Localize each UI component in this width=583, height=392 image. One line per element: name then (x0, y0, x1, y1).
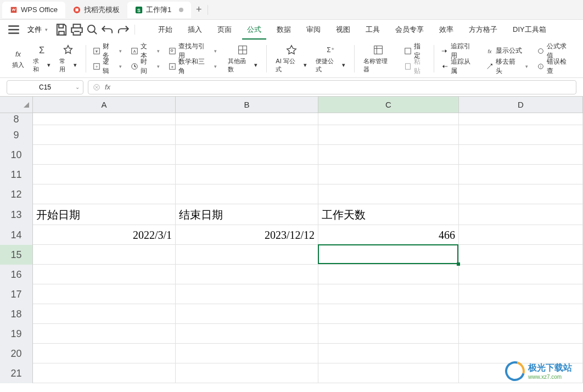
remove-arrows-button[interactable]: 移去箭头▾ (484, 60, 530, 73)
menu-tab-视图[interactable]: 视图 (328, 20, 358, 40)
menu-tab-审阅[interactable]: 审阅 (299, 20, 328, 40)
cell-A21[interactable] (33, 363, 176, 383)
cell-B8[interactable] (176, 113, 318, 125)
fx-label[interactable]: fx (105, 83, 110, 91)
cell-A16[interactable] (33, 265, 176, 284)
cell-B18[interactable] (176, 304, 318, 324)
cell-A8[interactable] (33, 113, 176, 125)
cell-C17[interactable] (318, 284, 459, 304)
cell-C13[interactable]: 工作天数 (318, 204, 459, 225)
menu-toggle-button[interactable] (7, 23, 21, 37)
math-button[interactable]: θ数学和三角▾ (166, 60, 220, 73)
redo-button[interactable] (116, 23, 130, 37)
undo-button[interactable] (100, 23, 115, 37)
cell-B21[interactable] (176, 363, 318, 383)
error-check-button[interactable]: !错误检查 (535, 60, 575, 73)
menu-tab-数据[interactable]: 数据 (269, 20, 299, 40)
col-header-D[interactable]: D (459, 97, 583, 113)
time-button[interactable]: 时间▾ (128, 60, 162, 73)
formula-input-area[interactable]: fx (88, 80, 576, 94)
spreadsheet-grid[interactable]: ABCD8910111213开始日期结束日期工作天数142022/3/12023… (0, 97, 583, 383)
col-header-C[interactable]: C (318, 97, 459, 113)
cell-B11[interactable] (176, 165, 318, 184)
cell-C14[interactable]: 466 (318, 225, 459, 245)
assign-button[interactable]: 指定 (402, 44, 429, 58)
row-header-18[interactable]: 18 (0, 304, 33, 324)
name-box[interactable]: C15 ⌄ (7, 80, 83, 94)
cell-C19[interactable] (318, 324, 459, 344)
row-header-16[interactable]: 16 (0, 265, 33, 284)
cell-C18[interactable] (318, 304, 459, 324)
menu-tab-效率[interactable]: 效率 (431, 20, 461, 40)
show-formula-button[interactable]: fx显示公式 (484, 44, 530, 58)
cell-A10[interactable] (33, 145, 176, 165)
common-button[interactable]: 常用▾ (57, 42, 79, 76)
cell-C11[interactable] (318, 165, 459, 184)
cancel-icon[interactable] (93, 83, 100, 91)
row-header-13[interactable]: 13 (0, 204, 33, 225)
cell-A14[interactable]: 2022/3/1 (33, 225, 176, 245)
menu-tab-开始[interactable]: 开始 (150, 20, 180, 40)
cell-D8[interactable] (459, 113, 583, 125)
cell-C8[interactable] (318, 113, 459, 125)
quick-formula-button[interactable]: Σ⁺ 便捷公式▾ (313, 42, 347, 76)
cell-C20[interactable] (318, 344, 459, 363)
trace-dependents-button[interactable]: 追踪从属 (439, 60, 479, 73)
row-header-19[interactable]: 19 (0, 324, 33, 344)
cell-D19[interactable] (459, 324, 583, 344)
row-header-14[interactable]: 14 (0, 225, 33, 245)
cell-B17[interactable] (176, 284, 318, 304)
cell-C9[interactable] (318, 125, 459, 145)
menu-tab-公式[interactable]: 公式 (239, 20, 269, 40)
row-header-21[interactable]: 21 (0, 363, 33, 383)
ai-formula-button[interactable]: AI 写公式▾ (273, 42, 309, 76)
cell-C12[interactable] (318, 184, 459, 204)
cell-D20[interactable] (459, 344, 583, 363)
tab-close-icon[interactable] (179, 8, 183, 12)
cell-D11[interactable] (459, 165, 583, 184)
cell-B9[interactable] (176, 125, 318, 145)
menu-tab-DIY工具箱[interactable]: DIY工具箱 (505, 20, 554, 40)
cell-A19[interactable] (33, 324, 176, 344)
cell-D13[interactable] (459, 204, 583, 225)
row-header-11[interactable]: 11 (0, 165, 33, 184)
app-tab[interactable]: WPS Office (2, 2, 65, 18)
cell-B10[interactable] (176, 145, 318, 165)
logic-button[interactable]: ?逻辑▾ (91, 60, 124, 73)
text-button[interactable]: A文本▾ (128, 44, 162, 58)
menu-tab-插入[interactable]: 插入 (180, 20, 210, 40)
workbook-tab[interactable]: S 工作簿1 (127, 2, 191, 18)
row-header-17[interactable]: 17 (0, 284, 33, 304)
insert-function-button[interactable]: fx 插入 (10, 46, 26, 71)
cell-B16[interactable] (176, 265, 318, 284)
name-manager-button[interactable]: 名称管理器 (361, 42, 396, 76)
cell-A11[interactable] (33, 165, 176, 184)
cell-B14[interactable]: 2023/12/12 (176, 225, 318, 245)
row-header-15[interactable]: 15 (0, 245, 33, 265)
cell-A12[interactable] (33, 184, 176, 204)
cell-A20[interactable] (33, 344, 176, 363)
menu-tab-工具[interactable]: 工具 (358, 20, 388, 40)
cell-A17[interactable] (33, 284, 176, 304)
print-button[interactable] (70, 23, 84, 37)
template-tab[interactable]: 找稻壳模板 (65, 2, 127, 18)
select-all-corner[interactable] (0, 97, 33, 113)
cell-C21[interactable] (318, 363, 459, 383)
paste-button[interactable]: 粘贴 (402, 60, 429, 73)
cell-C15[interactable] (318, 245, 459, 265)
file-menu[interactable]: 文件 ▾ (22, 25, 53, 35)
row-header-9[interactable]: 9 (0, 125, 33, 145)
trace-precedents-button[interactable]: 追踪引用 (439, 44, 479, 58)
print-preview-button[interactable] (85, 23, 99, 37)
col-header-A[interactable]: A (33, 97, 176, 113)
cell-C16[interactable] (318, 265, 459, 284)
cell-D15[interactable] (459, 245, 583, 265)
row-header-8[interactable]: 8 (0, 113, 33, 125)
cell-C10[interactable] (318, 145, 459, 165)
cell-A13[interactable]: 开始日期 (33, 204, 176, 225)
cell-D12[interactable] (459, 184, 583, 204)
cell-D9[interactable] (459, 125, 583, 145)
add-tab-button[interactable]: + (191, 2, 206, 18)
cell-D14[interactable] (459, 225, 583, 245)
save-button[interactable] (54, 23, 69, 37)
